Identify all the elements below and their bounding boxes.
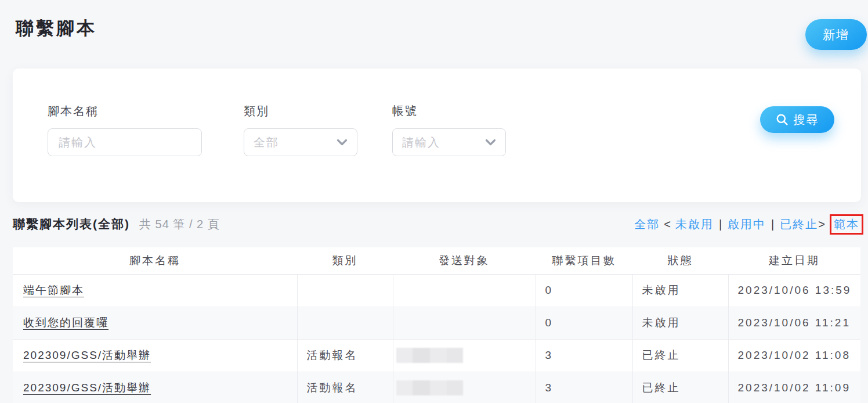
table-body: 端午節腳本 0 未啟用 2023/10/06 13:59 收到您的回覆囉 0 未… <box>13 274 860 403</box>
redacted-send-target <box>396 380 463 395</box>
table-row: 端午節腳本 0 未啟用 2023/10/06 13:59 <box>13 274 860 307</box>
filter-all[interactable]: 全部 <box>634 217 660 232</box>
script-name-field: 腳本名稱 <box>48 103 202 156</box>
table-row: 202309/GSS/活動舉辦 活動報名 3 已終止 2023/10/02 11… <box>13 339 860 372</box>
chevron-down-icon <box>485 139 496 146</box>
filter-inactive[interactable]: 未啟用 <box>675 217 714 232</box>
script-name-link[interactable]: 202309/GSS/活動舉辦 <box>23 349 151 361</box>
account-select[interactable]: 請輸入 <box>392 128 506 156</box>
category-cell: 活動報名 <box>307 349 358 361</box>
column-contact-item-count: 聯繫項目數 <box>536 247 632 274</box>
redacted-send-target <box>396 348 463 363</box>
filter-template[interactable]: 範本 <box>834 218 859 231</box>
category-cell: 活動報名 <box>307 382 358 394</box>
created-date-cell: 2023/10/06 11:21 <box>738 316 851 329</box>
chevron-down-icon <box>337 139 348 146</box>
status-cell: 未啟用 <box>642 316 681 329</box>
item-count-cell: 3 <box>545 349 554 361</box>
created-date-cell: 2023/10/02 11:09 <box>738 382 851 394</box>
list-count: 共 54 筆 / 2 頁 <box>139 217 220 232</box>
account-label: 帳號 <box>392 103 506 119</box>
template-link-highlight-box: 範本 <box>830 214 863 235</box>
column-status: 狀態 <box>632 247 728 274</box>
item-count-cell: 3 <box>545 382 554 394</box>
created-date-cell: 2023/10/02 11:08 <box>738 349 851 361</box>
item-count-cell: 0 <box>545 284 554 296</box>
column-created-date: 建立日期 <box>728 247 860 274</box>
filter-terminated[interactable]: 已終止 <box>780 217 818 232</box>
column-send-target: 發送對象 <box>393 247 536 274</box>
category-label: 類別 <box>244 103 357 119</box>
script-name-input[interactable] <box>48 128 202 156</box>
status-cell: 已終止 <box>642 382 681 394</box>
column-script-name: 腳本名稱 <box>13 247 297 274</box>
status-filters: 全部 < 未啟用 | 啟用中 | 已終止 > 範本 <box>634 214 863 235</box>
status-cell: 未啟用 <box>642 284 681 296</box>
script-table: 腳本名稱 類別 發送對象 聯繫項目數 狀態 建立日期 端午節腳本 0 未啟用 2… <box>13 247 860 403</box>
category-field: 類別 全部 <box>244 103 357 156</box>
search-panel: 腳本名稱 類別 全部 帳號 請輸入 <box>13 69 861 202</box>
pipe-separator: | <box>771 218 775 231</box>
table-row: 收到您的回覆囉 0 未啟用 2023/10/06 11:21 <box>13 307 860 339</box>
search-button-label: 搜尋 <box>794 112 819 128</box>
filter-active[interactable]: 啟用中 <box>728 217 766 232</box>
script-name-link[interactable]: 202309/GSS/活動舉辦 <box>23 382 151 394</box>
search-icon <box>776 113 789 126</box>
table-header: 腳本名稱 類別 發送對象 聯繫項目數 狀態 建立日期 <box>13 247 860 274</box>
created-date-cell: 2023/10/06 13:59 <box>738 284 852 296</box>
open-bracket: < <box>664 218 671 231</box>
table-row: 202309/GSS/活動舉辦 活動報名 3 已終止 2023/10/02 11… <box>13 372 860 403</box>
page-title: 聯繫腳本 <box>16 16 97 41</box>
pipe-separator: | <box>719 218 722 231</box>
category-select[interactable]: 全部 <box>244 128 357 156</box>
account-select-value: 請輸入 <box>402 135 440 150</box>
category-select-value: 全部 <box>254 135 279 150</box>
script-name-link[interactable]: 收到您的回覆囉 <box>23 316 108 329</box>
account-field: 帳號 請輸入 <box>392 103 506 156</box>
list-title: 聯繫腳本列表(全部) <box>13 216 130 232</box>
item-count-cell: 0 <box>545 316 554 329</box>
search-button[interactable]: 搜尋 <box>760 106 834 133</box>
list-header: 聯繫腳本列表(全部) 共 54 筆 / 2 頁 全部 < 未啟用 | 啟用中 |… <box>13 214 863 235</box>
script-name-label: 腳本名稱 <box>48 103 202 119</box>
script-name-link[interactable]: 端午節腳本 <box>23 284 84 296</box>
add-button[interactable]: 新增 <box>805 19 867 50</box>
column-category: 類別 <box>297 247 393 274</box>
status-cell: 已終止 <box>642 349 681 361</box>
close-bracket: > <box>818 218 826 231</box>
